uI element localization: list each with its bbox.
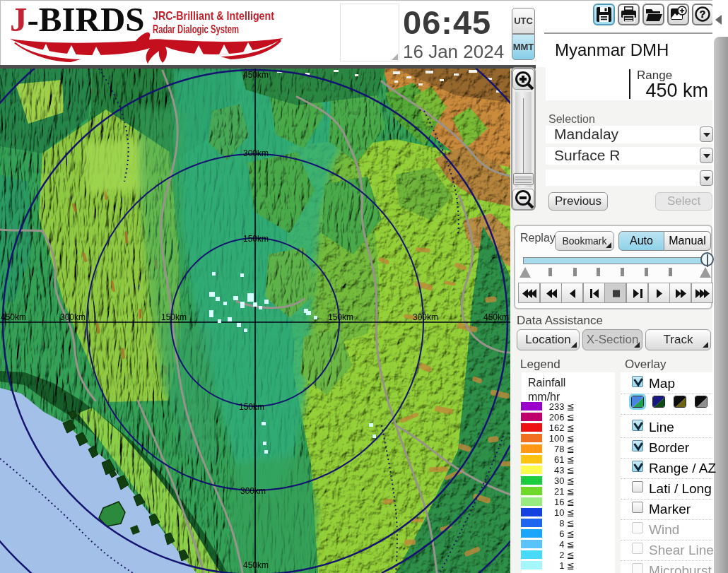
svg-text:300km: 300km xyxy=(60,312,86,322)
svg-text:?: ? xyxy=(700,8,706,20)
svg-text:150km: 150km xyxy=(239,402,264,412)
svg-text:Radar Dialogic System: Radar Dialogic System xyxy=(153,23,239,36)
svg-text:300km: 300km xyxy=(240,486,266,496)
svg-text:450km: 450km xyxy=(483,312,509,322)
svg-text:J-BIRDS: J-BIRDS xyxy=(10,1,145,39)
svg-text:JRC-Brilliant & Intelligent: JRC-Brilliant & Intelligent xyxy=(153,9,274,23)
svg-text:150km: 150km xyxy=(328,312,353,322)
svg-text:300km: 300km xyxy=(243,148,269,158)
svg-text:450km: 450km xyxy=(243,70,269,80)
svg-text:150km: 150km xyxy=(161,312,187,322)
svg-text:300km: 300km xyxy=(413,312,438,322)
svg-text:450km: 450km xyxy=(243,560,269,570)
svg-text:450km: 450km xyxy=(1,312,26,322)
svg-text:150km: 150km xyxy=(243,234,269,244)
